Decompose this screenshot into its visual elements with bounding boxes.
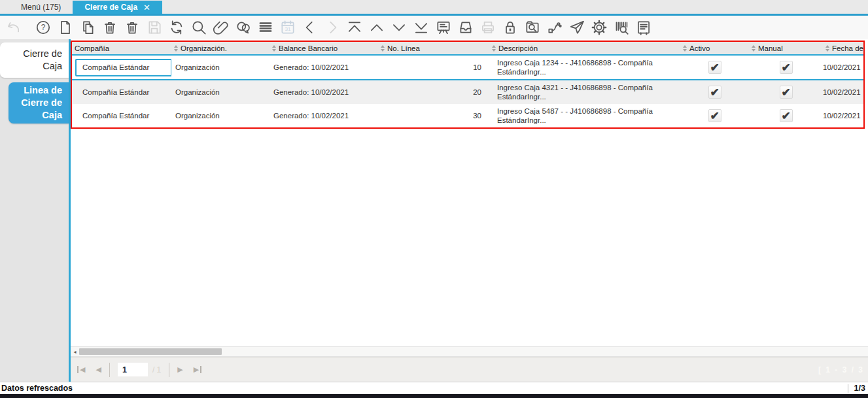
cell-manual[interactable]: ✔ (749, 80, 823, 104)
status-message: Datos refrescados (1, 384, 73, 393)
record-access-icon[interactable] (524, 19, 541, 36)
cell-descripcion[interactable]: Ingreso Caja 4321 - - J410686898 - Compa… (489, 83, 680, 101)
sort-icon[interactable] (492, 45, 496, 52)
tab-cierre-de-caja-label: Cierre de Caja (84, 3, 137, 12)
checkbox-checked-icon[interactable]: ✔ (780, 86, 793, 99)
tab-cierre-de-caja[interactable]: Cierre de Caja ✕ (73, 1, 162, 14)
cell-descripcion[interactable]: Ingreso Caja 1234 - - J410686898 - Compa… (489, 58, 680, 76)
help-icon[interactable] (35, 19, 52, 36)
focused-cell[interactable]: Compañía Estándar (75, 59, 171, 76)
column-header-1[interactable]: Compañía (72, 42, 171, 54)
next-page-icon[interactable]: ▶ (177, 366, 182, 373)
delete-selection-icon[interactable] (124, 19, 141, 36)
column-header-7[interactable]: Manual (749, 42, 823, 54)
records-grid: CompañíaOrganización.Balance BancarioNo.… (71, 41, 865, 129)
report-icon[interactable] (435, 19, 452, 36)
cell-manual[interactable]: ✔ (749, 56, 823, 79)
chat-icon[interactable] (235, 19, 252, 36)
table-row[interactable]: Compañía EstándarOrganizaciónGenerado: 1… (72, 104, 863, 127)
scrollbar-thumb[interactable] (79, 348, 222, 355)
column-header-5[interactable]: Descripción (489, 42, 680, 54)
last-page-icon[interactable]: ▶ (194, 366, 201, 373)
cell-no-linea[interactable]: 20 (378, 88, 489, 96)
sort-icon[interactable] (683, 45, 687, 52)
archive-icon[interactable] (457, 19, 474, 36)
pager-divider (169, 363, 169, 377)
toolbar (0, 16, 868, 39)
cell-no-linea[interactable]: 30 (378, 112, 489, 120)
cell-organizacion[interactable]: Organización (171, 88, 269, 96)
report-view-icon[interactable] (635, 19, 652, 36)
column-header-4[interactable]: No. Línea (378, 42, 489, 54)
close-tab-icon[interactable]: ✕ (143, 3, 150, 12)
record-range-hint: [ 1 - 3 / 3 (818, 365, 864, 374)
sort-icon[interactable] (272, 45, 276, 52)
content-area: CompañíaOrganización.Balance BancarioNo.… (71, 39, 868, 382)
first-page-icon[interactable]: ◀ (77, 366, 85, 373)
tab-menu-label: Menú (175) (21, 3, 61, 12)
cell-organizacion[interactable]: Organización (171, 63, 269, 71)
find-icon[interactable] (190, 19, 207, 36)
sidebar-tab-linea-de-cierre-de-caja[interactable]: Linea de Cierre de Caja (9, 82, 69, 124)
sort-icon[interactable] (381, 45, 385, 52)
checkbox-checked-icon[interactable]: ✔ (780, 109, 793, 122)
previous-page-icon[interactable]: ◀ (95, 366, 101, 373)
cell-balance-bancario[interactable]: Generado: 10/02/2021 (269, 63, 378, 71)
cell-manual[interactable]: ✔ (749, 104, 823, 127)
checkbox-checked-icon[interactable]: ✔ (708, 109, 721, 122)
sort-icon[interactable] (752, 45, 755, 52)
column-header-2[interactable]: Organización. (171, 42, 269, 54)
barcode-scan-icon[interactable] (613, 19, 630, 36)
checkbox-checked-icon[interactable]: ✔ (780, 61, 793, 74)
cell-fecha[interactable]: 10/02/2021 (823, 88, 863, 96)
scroll-left-icon[interactable]: ◂ (71, 349, 79, 355)
cell-compania[interactable]: Compañía Estándar (72, 88, 171, 96)
checkbox-checked-icon[interactable]: ✔ (708, 86, 721, 99)
column-label: Organización. (181, 44, 227, 52)
cell-fecha[interactable]: 10/02/2021 (823, 63, 863, 71)
cell-no-linea[interactable]: 10 (378, 63, 489, 71)
copy-record-icon[interactable] (79, 19, 96, 36)
page-input[interactable]: 1 (118, 363, 148, 376)
lock-icon[interactable] (502, 19, 519, 36)
sidebar-tab-cierre-de-caja[interactable]: Cierre de Caja (0, 42, 69, 78)
first-record-icon[interactable] (346, 19, 363, 36)
attachment-icon[interactable] (213, 19, 230, 36)
table-row[interactable]: Compañía EstándarOrganizaciónGenerado: 1… (72, 80, 863, 104)
previous-record-icon[interactable] (368, 19, 385, 36)
column-header-8[interactable]: Fecha de Est (823, 42, 863, 54)
detail-record-icon (324, 19, 341, 36)
column-header-3[interactable]: Balance Bancario (269, 42, 378, 54)
cell-activo[interactable]: ✔ (680, 80, 749, 104)
checkbox-checked-icon[interactable]: ✔ (708, 61, 721, 74)
cell-activo[interactable]: ✔ (680, 56, 749, 79)
last-record-icon[interactable] (413, 19, 430, 36)
new-record-icon[interactable] (57, 19, 74, 36)
pagination-bar: ◀ ◀ 1 / 1 ▶ ▶ [ 1 - 3 / 3 (71, 357, 868, 382)
column-label: No. Línea (387, 44, 420, 52)
cell-compania[interactable]: Compañía Estándar (72, 112, 171, 120)
cell-balance-bancario[interactable]: Generado: 10/02/2021 (269, 112, 378, 120)
cell-descripcion[interactable]: Ingreso Caja 5487 - - J410686898 - Compa… (489, 107, 680, 125)
next-record-icon[interactable] (391, 19, 408, 36)
parent-record-icon[interactable] (302, 19, 319, 36)
delete-record-icon[interactable] (101, 19, 118, 36)
tab-menu[interactable]: Menú (175) (9, 1, 73, 14)
cell-compania[interactable]: Compañía Estándar (72, 59, 171, 76)
workflow-icon[interactable] (546, 19, 563, 36)
cell-balance-bancario[interactable]: Generado: 10/02/2021 (269, 88, 378, 96)
sort-icon[interactable] (174, 45, 178, 52)
sort-icon[interactable] (825, 45, 829, 52)
horizontal-scrollbar[interactable]: ◂ (71, 346, 868, 357)
cell-activo[interactable]: ✔ (680, 104, 749, 127)
pager-divider (109, 363, 110, 377)
grid-toggle-icon[interactable] (257, 19, 274, 36)
send-request-icon[interactable] (568, 19, 585, 36)
column-header-6[interactable]: Activo (680, 42, 749, 54)
undo-icon (5, 19, 22, 36)
cell-fecha[interactable]: 10/02/2021 (823, 112, 863, 120)
cell-organizacion[interactable]: Organización (171, 112, 269, 120)
table-row[interactable]: Compañía EstándarOrganizaciónGenerado: 1… (72, 56, 863, 80)
settings-icon[interactable] (591, 19, 608, 36)
refresh-icon[interactable] (168, 19, 185, 36)
